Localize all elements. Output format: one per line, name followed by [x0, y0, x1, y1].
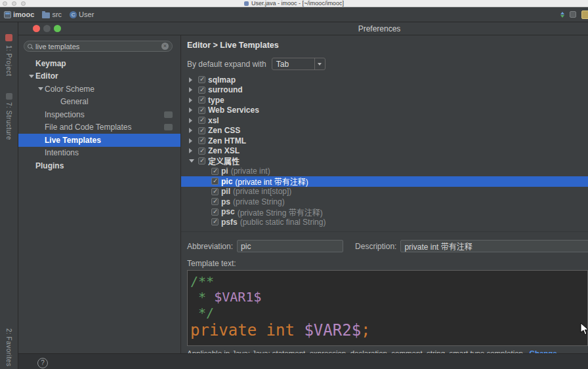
minimize-dialog-icon — [43, 25, 51, 32]
expand-with-select[interactable]: Tab — [272, 58, 326, 70]
divider — [181, 231, 588, 232]
chevron-right-icon[interactable] — [189, 138, 196, 144]
description-label: Description: — [355, 242, 396, 251]
template-item-pil[interactable]: pil (private int[stop]) — [181, 187, 588, 197]
checkbox-checked-icon[interactable] — [198, 127, 205, 134]
template-group-surround[interactable]: surround — [181, 85, 588, 96]
checkbox-checked-icon[interactable] — [198, 157, 205, 165]
template-group-sqlmap[interactable]: sqlmap — [181, 75, 588, 85]
checkbox-checked-icon[interactable] — [198, 117, 205, 124]
settings-search-box[interactable]: × — [24, 41, 173, 52]
help-button[interactable]: ? — [37, 358, 48, 368]
checkbox-checked-icon[interactable] — [211, 178, 219, 185]
template-tree: sqlmap surround type — [181, 75, 588, 227]
arrow-up-icon — [560, 12, 564, 14]
code-line: private int $VAR2$; — [190, 320, 587, 340]
tool-window-project-button[interactable]: 1: Project — [5, 45, 12, 76]
checkbox-checked-icon[interactable] — [198, 137, 205, 144]
template-item-psc[interactable]: psc (private String 带有注释) — [181, 207, 588, 218]
clear-search-icon[interactable]: × — [161, 43, 169, 50]
tool-window-favorites-button[interactable]: 2: Favorites — [5, 328, 12, 366]
breadcrumb-project[interactable]: imooc — [4, 10, 34, 18]
checkbox-checked-icon[interactable] — [211, 218, 219, 225]
search-input[interactable] — [35, 43, 158, 50]
dialog-body: × Keymap Editor Color Scheme General — [18, 35, 588, 353]
chevron-down-icon[interactable] — [314, 58, 325, 69]
arrow-down-icon — [560, 15, 564, 18]
template-group-custom[interactable]: 定义属性 — [181, 156, 588, 166]
maven-tool-icon[interactable] — [581, 10, 588, 19]
sidebar-item-file-and-code-templates[interactable]: File and Code Templates — [18, 121, 180, 134]
template-group-type[interactable]: type — [181, 95, 588, 106]
os-titlebar: User.java - imooc - [~/imooc/imooc] — [0, 0, 588, 7]
sidebar-item-plugins[interactable]: Plugins — [18, 159, 180, 172]
checkbox-checked-icon[interactable] — [198, 76, 205, 83]
chevron-right-icon[interactable] — [189, 118, 196, 123]
chevron-down-icon[interactable] — [36, 87, 45, 90]
close-dialog-icon[interactable] — [33, 25, 40, 32]
sidebar-item-live-templates[interactable]: Live Templates — [18, 134, 180, 147]
checkbox-checked-icon[interactable] — [211, 208, 219, 216]
search-icon — [28, 44, 32, 49]
code-line: */ — [190, 305, 587, 320]
checkbox-checked-icon[interactable] — [211, 168, 219, 175]
debug-tool-icon[interactable] — [5, 34, 12, 41]
sidebar-item-editor[interactable]: Editor — [18, 70, 180, 83]
settings-icon[interactable] — [570, 11, 576, 18]
dialog-titlebar[interactable]: Preferences — [18, 22, 588, 35]
sidebar-item-general[interactable]: General — [18, 96, 180, 109]
checkbox-checked-icon[interactable] — [198, 107, 205, 114]
checkbox-checked-icon[interactable] — [211, 198, 219, 205]
chevron-right-icon[interactable] — [189, 77, 196, 83]
template-group-zen-html[interactable]: Zen HTML — [181, 136, 588, 146]
zoom-dialog-icon[interactable] — [54, 25, 61, 32]
template-fields-row: Abbreviation: Description: — [187, 240, 588, 252]
sidebar-item-keymap[interactable]: Keymap — [18, 57, 180, 70]
settings-breadcrumb: Editor > Live Templates — [187, 41, 588, 50]
tool-window-stripe-left: 1: Project 7: Structure 2: Favorites — [0, 22, 18, 369]
class-icon: C — [70, 11, 77, 18]
chevron-right-icon[interactable] — [189, 98, 196, 103]
structure-tool-icon[interactable] — [6, 93, 12, 100]
toolbar-right-icons — [560, 7, 588, 22]
checkbox-checked-icon[interactable] — [198, 96, 205, 104]
breadcrumb-src[interactable]: src — [42, 10, 62, 18]
project-icon — [4, 11, 11, 18]
template-group-zen-css[interactable]: Zen CSS — [181, 126, 588, 136]
chevron-down-icon[interactable] — [27, 75, 35, 78]
os-window-title: User.java - imooc - [~/imooc/imooc] — [0, 0, 588, 7]
chevron-right-icon[interactable] — [189, 148, 196, 153]
template-group-web-services[interactable]: Web Services — [181, 106, 588, 116]
abbreviation-label: Abbreviation: — [187, 242, 233, 251]
checkbox-checked-icon[interactable] — [198, 147, 205, 155]
checkbox-checked-icon[interactable] — [211, 188, 219, 195]
template-item-pic[interactable]: pic (private int 带有注释) — [181, 176, 588, 187]
template-item-pi[interactable]: pi (private int) — [181, 166, 588, 177]
vcs-update-commit-icon[interactable] — [560, 12, 564, 18]
template-item-ps[interactable]: ps (private String) — [181, 197, 588, 207]
settings-modified-icon — [164, 111, 173, 118]
mouse-cursor — [580, 322, 588, 336]
sidebar-item-color-scheme[interactable]: Color Scheme — [18, 83, 180, 96]
chevron-right-icon[interactable] — [189, 128, 196, 133]
chevron-down-icon[interactable] — [189, 159, 196, 163]
tool-window-structure-button[interactable]: 7: Structure — [5, 102, 12, 140]
template-item-psfs[interactable]: psfs (public static final String) — [181, 217, 588, 227]
sidebar-item-intentions[interactable]: Intentions — [18, 147, 180, 160]
chevron-right-icon[interactable] — [189, 87, 196, 92]
template-text-editor[interactable]: /** * $VAR1$ */ private int $VAR2$; — [187, 270, 588, 346]
template-group-xsl[interactable]: xsl — [181, 115, 588, 126]
breadcrumb-class[interactable]: C User — [70, 10, 94, 18]
java-file-icon — [244, 1, 249, 6]
folder-icon — [42, 12, 50, 18]
dialog-footer: ? — [18, 353, 588, 369]
ide-screen: User.java - imooc - [~/imooc/imooc] imoo… — [0, 0, 588, 369]
code-line: /** — [190, 273, 587, 289]
chevron-right-icon[interactable] — [189, 107, 196, 113]
template-text-label: Template text: — [187, 259, 588, 268]
sidebar-item-inspections[interactable]: Inspections — [18, 108, 180, 121]
abbreviation-field[interactable] — [237, 240, 343, 252]
template-group-zen-xsl[interactable]: Zen XSL — [181, 146, 588, 157]
checkbox-checked-icon[interactable] — [198, 87, 205, 94]
description-field[interactable] — [400, 240, 588, 252]
